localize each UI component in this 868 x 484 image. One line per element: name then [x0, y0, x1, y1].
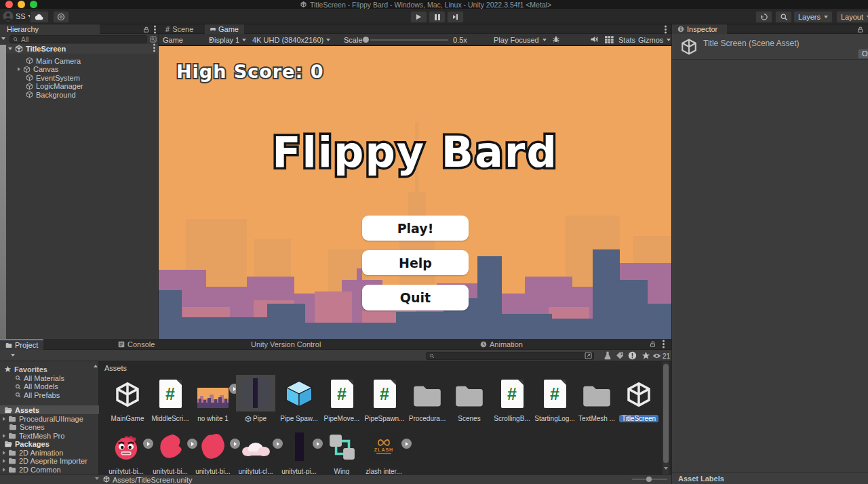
eye-icon[interactable] — [652, 352, 661, 359]
asset-item-bird-sprite[interactable]: unitytut-bi... — [105, 430, 147, 475]
package-manager-button[interactable] — [53, 11, 69, 23]
tab-console[interactable]: Console — [113, 339, 160, 350]
foldout-collapsed-icon[interactable] — [3, 468, 5, 472]
foldout-collapsed-icon[interactable] — [3, 459, 5, 463]
tab-hierarchy[interactable]: Hierarchy — [0, 24, 100, 34]
sidebar-item-all-materials[interactable]: All Materials — [0, 374, 99, 382]
sidebar-item-all-models[interactable]: All Models — [0, 382, 99, 391]
minimize-window-button[interactable] — [18, 1, 25, 8]
hierarchy-item-main-camera[interactable]: Main Camera — [26, 57, 81, 66]
foldout-collapsed-icon[interactable] — [3, 451, 5, 455]
assets-scrollbar-thumb[interactable] — [663, 364, 669, 463]
hierarchy-scene-row[interactable]: TitleScreen — [8, 45, 66, 54]
hierarchy-menu-icon[interactable] — [154, 28, 156, 31]
foldout-expanded-icon[interactable] — [8, 47, 12, 50]
asset-item-textmesh-folder[interactable]: TextMesh ... — [576, 377, 618, 422]
tab-inspector[interactable]: Inspector — [671, 24, 727, 34]
asset-item-pipe[interactable]: Pipe — [235, 377, 277, 422]
label-tag-icon[interactable] — [616, 352, 624, 360]
lock-icon[interactable] — [143, 26, 149, 33]
asset-item-no-white-1[interactable]: no white 1 — [192, 377, 234, 422]
sidebar-item-2d-aseprite-importer[interactable]: 2D Aseprite Importer — [0, 457, 99, 466]
quit-button[interactable]: Quit — [362, 285, 469, 310]
asset-item-procedural-folder[interactable]: Procedura... — [406, 377, 448, 422]
sidebar-item-2d-common[interactable]: 2D Common — [0, 465, 99, 474]
search-window-icon[interactable] — [150, 36, 157, 43]
asset-item-wing-animator[interactable]: Wing — [321, 430, 363, 475]
play-button[interactable] — [410, 11, 427, 23]
help-button[interactable]: Help — [362, 250, 469, 275]
sidebar-item-packages[interactable]: Packages — [0, 440, 99, 449]
resolution-dropdown[interactable]: 4K UHD (3840x2160) — [252, 36, 330, 44]
warning-circle-icon[interactable] — [628, 351, 637, 360]
tab-project[interactable]: Project — [0, 339, 43, 350]
sub-scenes-dropdown-icon[interactable] — [1, 37, 5, 40]
hierarchy-item-eventsystem[interactable]: EventSystem — [26, 74, 80, 83]
foldout-collapsed-icon[interactable] — [3, 434, 5, 438]
asset-item-titlescreen[interactable]: TitleScreen — [618, 377, 660, 422]
open-search-window-icon[interactable] — [585, 352, 592, 359]
create-asset-dropdown-icon[interactable] — [11, 354, 15, 357]
mute-audio-icon[interactable] — [590, 35, 599, 43]
sidebar-item-assets[interactable]: Assets — [0, 405, 99, 414]
account-dropdown[interactable]: SS — [3, 11, 32, 22]
project-search-input[interactable] — [426, 352, 594, 360]
display-dropdown[interactable]: Display 1 — [209, 36, 246, 44]
hidden-packages-icon[interactable] — [604, 351, 612, 360]
sidebar-item-2d-animation[interactable]: 2D Animation — [0, 448, 99, 457]
undo-history-button[interactable] — [755, 11, 772, 23]
asset-item-middlescript[interactable]: # MiddleScri... — [149, 377, 191, 422]
sidebar-item-favorites[interactable]: Favorites — [0, 365, 99, 374]
foldout-collapsed-icon[interactable] — [18, 67, 20, 71]
expand-subassets-button[interactable] — [401, 439, 412, 449]
asset-item-bird-body-sprite[interactable]: unitytut-bi... — [192, 430, 234, 475]
project-menu-icon[interactable] — [663, 343, 665, 345]
hierarchy-item-canvas[interactable]: Canvas — [18, 65, 58, 74]
tab-unity-version-control[interactable]: Unity Version Control — [245, 339, 326, 350]
lock-icon[interactable] — [857, 26, 863, 33]
asset-item-cloud-sprite[interactable]: unitytut-cl... — [235, 430, 277, 475]
play-focused-dropdown[interactable]: Play Focused — [494, 36, 547, 44]
tab-animation[interactable]: Animation — [475, 339, 528, 350]
scale-slider-knob[interactable] — [363, 37, 369, 43]
gizmos-dropdown[interactable]: Gizmos — [638, 36, 671, 44]
asset-item-pipe-spawner-prefab[interactable]: Pipe Spaw... — [278, 377, 320, 422]
asset-item-pipemove-script[interactable]: # PipeMove... — [321, 377, 363, 422]
sidebar-item-proceduraluiimage[interactable]: ProceduralUIImage — [0, 414, 99, 423]
game-view-menu-icon[interactable] — [665, 28, 667, 31]
asset-item-scenes-folder[interactable]: Scenes — [448, 377, 490, 422]
asset-item-bird-wing-sprite[interactable]: unitytut-bi... — [149, 430, 191, 475]
tab-scene[interactable]: # Scene — [160, 24, 203, 34]
asset-item-zlash-image[interactable]: ZLASH zlash inter... — [363, 430, 405, 475]
open-scene-button[interactable]: Open — [858, 49, 868, 59]
stats-toggle[interactable]: Stats — [618, 36, 635, 44]
asset-item-scrollingb-script[interactable]: # ScrollingB... — [491, 377, 533, 422]
asset-item-pipespawn-script[interactable]: # PipeSpawn... — [363, 377, 406, 422]
frame-debugger-bug-icon[interactable] — [552, 35, 560, 43]
hierarchy-item-background[interactable]: Background — [26, 91, 76, 100]
asset-item-pipe-sprite[interactable]: unitytut-pi... — [278, 430, 320, 475]
thumbnail-size-slider-knob[interactable] — [646, 477, 652, 482]
sidebar-item-all-prefabs[interactable]: All Prefabs — [0, 390, 99, 399]
layout-dropdown[interactable]: Layout — [836, 11, 868, 23]
search-everything-button[interactable] — [775, 11, 792, 23]
asset-item-maingame[interactable]: MainGame — [106, 377, 149, 422]
hierarchy-item-logicmanager[interactable]: LogicManager — [26, 82, 83, 91]
pause-button[interactable] — [429, 11, 446, 23]
asset-item-startinglog-script[interactable]: # StartingLog... — [534, 377, 576, 422]
cloud-services-button[interactable] — [30, 11, 49, 23]
sidebar-item-scenes[interactable]: Scenes — [0, 423, 99, 432]
game-mode-dropdown[interactable]: Game — [163, 36, 213, 44]
asset-labels-section[interactable]: Asset Labels — [671, 472, 868, 484]
tab-game[interactable]: Game — [205, 24, 244, 34]
scene-menu-icon[interactable] — [153, 47, 155, 49]
lock-icon[interactable] — [650, 341, 656, 347]
zoom-window-button[interactable] — [30, 1, 37, 8]
layers-dropdown[interactable]: Layers — [793, 11, 833, 23]
sidebar-scroll-down-icon[interactable] — [95, 477, 99, 480]
favorites-star-icon[interactable] — [642, 351, 650, 360]
foldout-collapsed-icon[interactable] — [3, 417, 5, 421]
sidebar-item-textmesh-pro[interactable]: TextMesh Pro — [0, 431, 99, 440]
close-window-button[interactable] — [5, 1, 13, 8]
play-game-button[interactable]: Play! — [362, 216, 469, 241]
